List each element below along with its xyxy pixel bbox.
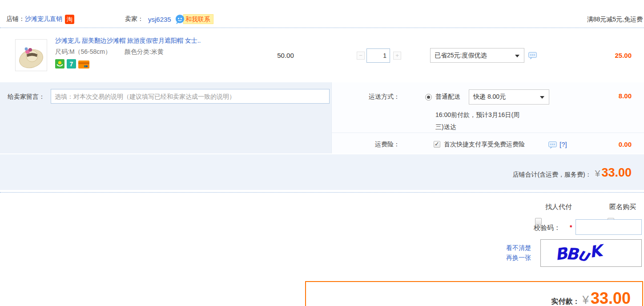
unit-price: 50.00 <box>267 52 304 59</box>
captcha-input[interactable] <box>576 219 642 235</box>
dropdown-arrow-icon <box>540 96 544 99</box>
seller-message-input[interactable] <box>51 89 330 104</box>
quantity-plus-button[interactable]: + <box>393 52 401 60</box>
delivery-estimate: 16:00前付款，预计3月16日(周 三)送达 <box>435 109 560 133</box>
insurance-fee: 0.00 <box>619 141 632 148</box>
payment-label: 实付款： <box>551 297 580 306</box>
captcha-label: 校验码： <box>534 224 560 232</box>
captcha-refresh-link[interactable]: 再换一张 <box>506 253 531 262</box>
discount-chat-bubble-icon[interactable] <box>528 52 537 60</box>
shipping-method-label: 运送方式： <box>333 93 400 101</box>
captcha-text: BBUK <box>555 243 601 263</box>
taobao-order-confirm-page: 店铺： 沙滩宠儿直销 淘 卖家： ysj6235 和我联系 满88元减5元,免运… <box>0 0 644 306</box>
quantity-minus-button[interactable]: − <box>357 52 365 60</box>
shop-promo-text: 满88元减5元,免运费 <box>587 16 643 24</box>
seller-id-link[interactable]: ysj6235 <box>148 16 171 23</box>
insurance-chat-bubble-icon[interactable] <box>548 141 557 149</box>
seller-message-panel: 给卖家留言： <box>0 82 331 153</box>
taobao-badge-icon: 淘 <box>65 15 74 24</box>
contact-seller-button[interactable]: 和我联系 <box>183 14 213 24</box>
dropdown-arrow-icon <box>515 55 519 57</box>
credit-card-pay-icon <box>78 60 89 68</box>
insurance-help-link[interactable]: [?] <box>559 141 567 148</box>
currency-symbol: ¥ <box>595 168 600 179</box>
pay-for-me-label: 找人代付 <box>545 203 572 211</box>
quantity-input[interactable] <box>366 48 390 63</box>
seller-message-label: 给卖家留言： <box>8 93 45 101</box>
shop-name-link[interactable]: 沙滩宠儿直销 <box>25 15 62 23</box>
captcha-unclear-link[interactable]: 看不清楚 <box>506 243 531 253</box>
size-spec: 尺码:M（56-58cm） <box>55 48 111 56</box>
standard-delivery-radio[interactable] <box>425 94 432 101</box>
store-total-amount: 33.00 <box>601 166 632 180</box>
consumer-protection-icon <box>55 59 64 68</box>
seller-label: 卖家： <box>125 15 144 23</box>
captcha-image[interactable]: BBUK <box>540 239 642 267</box>
shop-label: 店铺： <box>6 15 25 23</box>
row-divider <box>332 133 644 133</box>
discount-select[interactable]: 已省25元:度假优选 <box>430 48 524 63</box>
shipping-fee: 8.00 <box>619 92 632 100</box>
payment-summary-box: 实付款： ¥ 33.00 <box>305 281 643 306</box>
product-thumbnail[interactable] <box>15 39 47 71</box>
service-icons: 7 <box>55 59 89 68</box>
insurance-label: 运费险： <box>333 141 400 149</box>
color-spec: 颜色分类:米黄 <box>125 48 164 56</box>
courier-selected-option: 快递 8.00元 <box>469 93 506 101</box>
insurance-text: 首次快捷支付享受免费运费险 <box>444 141 525 149</box>
beach-hat-image <box>17 41 45 69</box>
shipping-panel: 运送方式： 普通配送 快递 8.00元 16:00前付款，预计3月16日(周 三… <box>331 82 644 153</box>
section-divider <box>0 192 644 193</box>
header-divider <box>0 28 644 28</box>
insurance-checkbox[interactable] <box>434 141 440 148</box>
payment-currency: ¥ <box>582 293 588 306</box>
product-specs: 尺码:M（56-58cm） 颜色分类:米黄 <box>55 48 164 56</box>
payment-amount: 33.00 <box>591 289 631 306</box>
product-title-link[interactable]: 沙滩宠儿 甜美翻边沙滩帽 旅游度假密月遮阳帽 女士.. <box>55 37 201 45</box>
courier-select[interactable]: 快递 8.00元 <box>469 89 549 105</box>
delivery-method-text: 普通配送 <box>435 93 460 101</box>
store-total-band: 店铺合计(含运费，服务费)： ¥ 33.00 <box>0 154 644 190</box>
shop-info: 店铺： 沙滩宠儿直销 淘 <box>6 13 74 25</box>
svg-text:7: 7 <box>70 60 73 68</box>
wangwang-icon[interactable] <box>175 14 185 24</box>
discount-selected-option: 已省25元:度假优选 <box>431 52 487 60</box>
anonymous-buy-label: 匿名购买 <box>609 203 636 211</box>
required-asterisk: * <box>570 224 572 231</box>
seller-info: 卖家： ysj6235 和我联系 <box>125 13 213 25</box>
item-subtotal: 25.00 <box>615 52 632 59</box>
store-total-label: 店铺合计(含运费，服务费)： <box>512 171 591 179</box>
seven-day-return-icon: 7 <box>67 59 76 68</box>
